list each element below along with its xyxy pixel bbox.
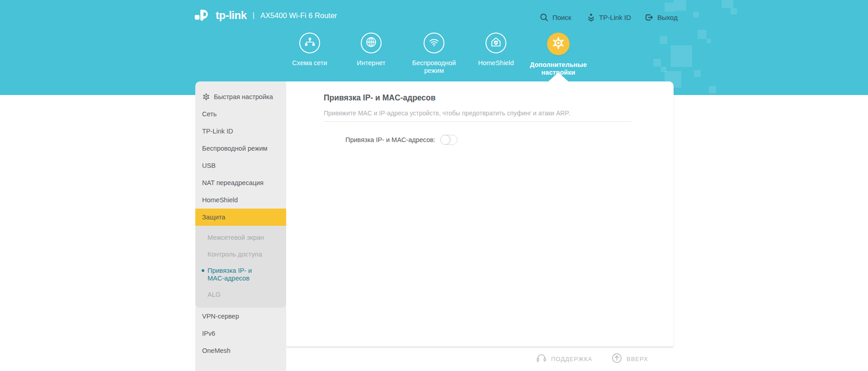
submenu-item-firewall[interactable]: Межсетевой экран bbox=[195, 229, 286, 246]
sidebar-item-network[interactable]: Сеть bbox=[195, 105, 286, 123]
brand-separator: | bbox=[252, 11, 255, 20]
arrow-up-circle-icon bbox=[611, 352, 623, 365]
sidebar-item-vpn-server[interactable]: VPN-сервер bbox=[195, 308, 286, 325]
header-band: tp-link | AX5400 Wi-Fi 6 Router Поиск bbox=[0, 0, 868, 95]
router-model: AX5400 Wi-Fi 6 Router bbox=[260, 11, 337, 20]
logout-button[interactable]: Выход bbox=[644, 11, 678, 24]
security-submenu: Межсетевой экран Контроль доступа Привяз… bbox=[195, 226, 286, 308]
search-icon bbox=[539, 13, 549, 22]
quick-setup-gear-icon bbox=[202, 93, 210, 101]
globe-icon bbox=[365, 36, 377, 50]
sidebar-item-onemesh[interactable]: OneMesh bbox=[195, 342, 286, 359]
ip-mac-binding-toggle[interactable] bbox=[440, 135, 458, 145]
submenu-item-alg[interactable]: ALG bbox=[195, 286, 286, 303]
sidebar-item-homeshield[interactable]: HomeShield bbox=[195, 191, 286, 209]
section-divider bbox=[324, 121, 632, 122]
active-bullet-icon bbox=[202, 269, 204, 272]
page-description: Привяжите MAC и IP-адреса устройств, что… bbox=[324, 109, 570, 117]
network-map-icon bbox=[304, 36, 316, 50]
sidebar-item-ipv6[interactable]: IPv6 bbox=[195, 325, 286, 342]
router-admin-page: tp-link | AX5400 Wi-Fi 6 Router Поиск bbox=[0, 0, 868, 371]
page-title: Привязка IP- и MAC-адресов bbox=[324, 93, 436, 103]
nav-label-network-map: Схема сети bbox=[292, 59, 327, 67]
toggle-knob-icon bbox=[440, 135, 450, 145]
nav-homeshield[interactable]: HomeShield bbox=[464, 33, 528, 67]
top-label: ВВЕРХ bbox=[627, 356, 648, 362]
search-button[interactable]: Поиск bbox=[539, 11, 571, 24]
submenu-item-access-control[interactable]: Контроль доступа bbox=[195, 246, 286, 263]
sidebar-item-security[interactable]: Защита bbox=[195, 209, 286, 226]
ip-mac-binding-toggle-label: Привязка IP- и MAC-адресов: bbox=[324, 136, 435, 143]
nav-wireless[interactable]: Беспроводной режим bbox=[402, 33, 466, 74]
logout-icon bbox=[644, 13, 654, 22]
gear-icon bbox=[552, 36, 565, 52]
sidebar: Быстрая настройка Сеть TP-Link ID Беспро… bbox=[195, 81, 286, 371]
brand-name: tp-link bbox=[216, 9, 247, 22]
brand-logo[interactable]: tp-link | AX5400 Wi-Fi 6 Router bbox=[193, 6, 337, 25]
search-label: Поиск bbox=[552, 14, 571, 21]
sidebar-item-usb[interactable]: USB bbox=[195, 157, 286, 174]
nav-network-map[interactable]: Схема сети bbox=[278, 33, 341, 67]
nav-label-internet: Интернет bbox=[357, 59, 385, 67]
logout-label: Выход bbox=[657, 14, 678, 21]
tplink-id-label: TP-Link ID bbox=[599, 14, 631, 21]
sidebar-item-wireless[interactable]: Беспроводной режим bbox=[195, 140, 286, 157]
active-panel-pointer bbox=[548, 72, 568, 81]
sidebar-item-quick-setup[interactable]: Быстрая настройка bbox=[195, 88, 286, 105]
content-panel: Привязка IP- и MAC-адресов Привяжите MAC… bbox=[286, 81, 674, 347]
submenu-item-ip-mac-binding[interactable]: Привязка IP- и MAC-адресов bbox=[195, 262, 276, 286]
support-button[interactable]: ПОДДЕРЖКА bbox=[536, 352, 592, 365]
nav-label-wireless: Беспроводной режим bbox=[409, 59, 459, 74]
nav-label-homeshield: HomeShield bbox=[478, 59, 514, 67]
support-label: ПОДДЕРЖКА bbox=[551, 356, 592, 362]
sidebar-item-nat-forwarding[interactable]: NAT переадресация bbox=[195, 174, 286, 191]
topbar: tp-link | AX5400 Wi-Fi 6 Router Поиск bbox=[0, 0, 868, 25]
sidebar-item-label: Быстрая настройка bbox=[214, 93, 273, 100]
tplink-id-icon bbox=[587, 13, 595, 22]
tplink-logo-icon bbox=[193, 6, 211, 25]
scroll-to-top-button[interactable]: ВВЕРХ bbox=[611, 352, 648, 365]
tplink-id-button[interactable]: TP-Link ID bbox=[587, 11, 631, 24]
nav-advanced-settings[interactable]: Дополнительные настройки bbox=[527, 33, 590, 76]
nav-internet[interactable]: Интернет bbox=[340, 33, 403, 67]
homeshield-icon bbox=[490, 36, 502, 50]
wifi-icon bbox=[428, 36, 440, 50]
sidebar-item-tplink-id[interactable]: TP-Link ID bbox=[195, 123, 286, 140]
headset-icon bbox=[536, 352, 547, 365]
